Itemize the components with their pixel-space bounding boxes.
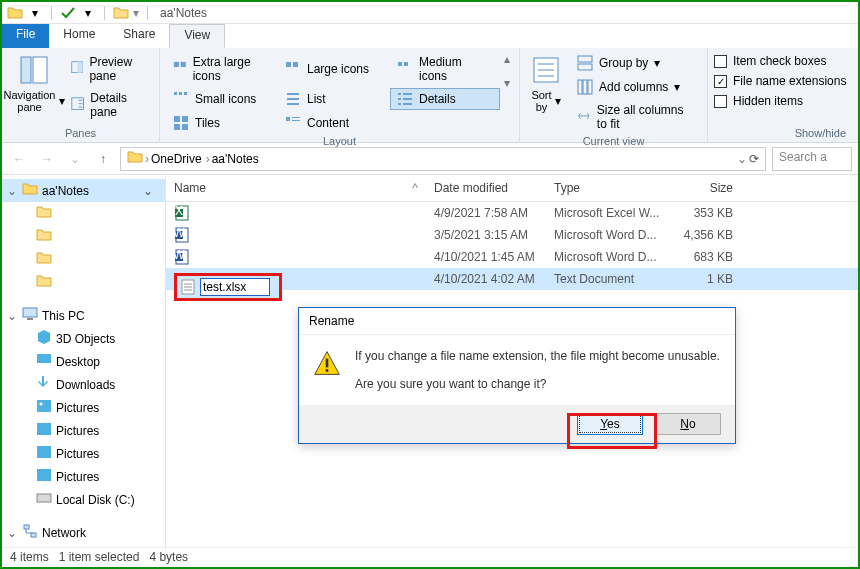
list-view[interactable]: List [278, 88, 388, 110]
tree-item-downloads[interactable]: Downloads [2, 373, 165, 396]
file-ext-toggle[interactable]: ✓File name extensions [714, 72, 846, 90]
size-columns-button[interactable]: Size all columns to fit [570, 100, 701, 134]
chevron-down-icon[interactable]: ⌄ [143, 184, 153, 198]
text-file-icon [180, 279, 196, 295]
tiles-icon [173, 115, 189, 131]
nav-pane-icon [18, 54, 50, 86]
content-view[interactable]: Content [278, 112, 388, 134]
col-name[interactable]: Name^ [166, 175, 426, 201]
status-selected: 1 item selected [59, 550, 140, 564]
group-title-layout: Layout [166, 134, 513, 148]
tab-file[interactable]: File [2, 24, 49, 48]
up-button[interactable]: ↑ [92, 148, 114, 170]
chevron-down-icon[interactable]: ⌄ [6, 309, 18, 323]
folder-icon [36, 204, 52, 223]
tree-item-disk[interactable]: Local Disk (C:) [2, 488, 165, 511]
tree-item-pictures[interactable]: Pictures [2, 396, 165, 419]
dropdown-icon[interactable]: ▾ [133, 6, 139, 20]
navigation-pane-button[interactable]: Navigation pane▾ [8, 52, 60, 116]
crumb-onedrive[interactable]: OneDrive› [151, 152, 210, 166]
disk-icon [36, 490, 52, 509]
file-row[interactable]: W 3/5/2021 3:15 AM Microsoft Word D... 4… [166, 224, 858, 246]
svg-rect-22 [398, 98, 401, 100]
group-by-button[interactable]: Group by▾ [570, 52, 701, 74]
add-columns-button[interactable]: Add columns▾ [570, 76, 701, 98]
icons-icon [285, 61, 301, 77]
item-checkboxes-toggle[interactable]: Item check boxes [714, 52, 846, 70]
forward-button[interactable]: → [36, 148, 58, 170]
dropdown-icon[interactable]: ▾ [674, 80, 680, 94]
svg-rect-20 [398, 93, 401, 95]
dropdown-icon[interactable]: ▾ [27, 5, 43, 21]
col-type[interactable]: Type [546, 175, 671, 201]
download-icon [36, 375, 52, 394]
hidden-items-toggle[interactable]: Hidden items [714, 92, 846, 110]
preview-pane-button[interactable]: Preview pane [64, 52, 153, 86]
tree-item-desktop[interactable]: Desktop [2, 350, 165, 373]
tab-view[interactable]: View [169, 24, 225, 48]
icons-icon [397, 61, 413, 77]
tree-item-this-pc[interactable]: ⌄This PC [2, 304, 165, 327]
tree-item[interactable] [2, 202, 165, 225]
details-pane-button[interactable]: Details pane [64, 88, 153, 122]
tree-item-pictures[interactable]: Pictures [2, 465, 165, 488]
svg-rect-13 [404, 62, 408, 66]
svg-rect-15 [179, 92, 182, 95]
tree-item-current[interactable]: ⌄aa'Notes⌄ [2, 179, 165, 202]
dropdown-icon[interactable]: ▾ [654, 56, 660, 70]
extra-large-icons[interactable]: Extra large icons [166, 52, 276, 86]
tab-share[interactable]: Share [109, 24, 169, 48]
no-button[interactable]: No [655, 413, 721, 435]
file-row[interactable]: W 4/10/2021 1:45 AM Microsoft Word D... … [166, 246, 858, 268]
folder-small-icon [113, 5, 129, 21]
refresh-icon[interactable]: ⟳ [749, 152, 759, 166]
tree-item[interactable] [2, 248, 165, 271]
recent-button[interactable]: ⌄ [64, 148, 86, 170]
back-button[interactable]: ← [8, 148, 30, 170]
tree-item-pictures[interactable]: Pictures [2, 442, 165, 465]
details-view[interactable]: Details [390, 88, 500, 110]
svg-rect-24 [398, 103, 401, 105]
tab-home[interactable]: Home [49, 24, 109, 48]
tree-view[interactable]: ⌄aa'Notes⌄ ⌄This PC 3D Objects Desktop D… [2, 175, 166, 550]
crumb-folder[interactable]: aa'Notes [212, 152, 259, 166]
breadcrumb[interactable]: › OneDrive› aa'Notes ⌄ ⟳ [120, 147, 766, 171]
scroll-up-icon[interactable]: ▴ [504, 52, 510, 66]
column-headers[interactable]: Name^ Date modified Type Size [166, 175, 858, 202]
sort-by-button[interactable]: Sort by▾ [526, 52, 566, 116]
chevron-down-icon[interactable]: ⌄ [6, 526, 18, 540]
rename-input[interactable] [200, 278, 270, 296]
large-icons[interactable]: Large icons [278, 52, 388, 86]
tree-item-pictures[interactable]: Pictures [2, 419, 165, 442]
col-size[interactable]: Size [671, 175, 741, 201]
col-date[interactable]: Date modified [426, 175, 546, 201]
content-icon [285, 115, 301, 131]
tiles-view[interactable]: Tiles [166, 112, 276, 134]
svg-rect-0 [21, 57, 31, 83]
dropdown-icon[interactable]: ▾ [555, 94, 561, 108]
tree-item[interactable] [2, 271, 165, 294]
tree-item[interactable] [2, 225, 165, 248]
small-icons[interactable]: Small icons [166, 88, 276, 110]
yes-button[interactable]: Yes [577, 413, 643, 435]
svg-rect-1 [33, 57, 47, 83]
svg-rect-21 [403, 93, 412, 95]
checkmark-icon[interactable] [60, 5, 76, 21]
folder-icon [7, 5, 23, 21]
file-row[interactable]: X 4/9/2021 7:58 AM Microsoft Excel W... … [166, 202, 858, 224]
tree-item-network[interactable]: ⌄Network [2, 521, 165, 544]
window-title: aa'Notes [160, 6, 207, 20]
dropdown-icon[interactable]: ⌄ [737, 152, 747, 166]
scroll-down-icon[interactable]: ▾ [504, 76, 510, 90]
medium-icons[interactable]: Medium icons [390, 52, 500, 86]
word-icon: W [174, 249, 190, 265]
tree-item-3d[interactable]: 3D Objects [2, 327, 165, 350]
nav-pane-label: Navigation pane [4, 89, 56, 113]
svg-rect-11 [293, 62, 298, 67]
folder-icon [127, 149, 143, 168]
dropdown-icon[interactable]: ▾ [80, 5, 96, 21]
status-items: 4 items [10, 550, 49, 564]
search-input[interactable]: Search a [772, 147, 852, 171]
icons-icon [173, 61, 187, 77]
chevron-down-icon[interactable]: ⌄ [6, 184, 18, 198]
